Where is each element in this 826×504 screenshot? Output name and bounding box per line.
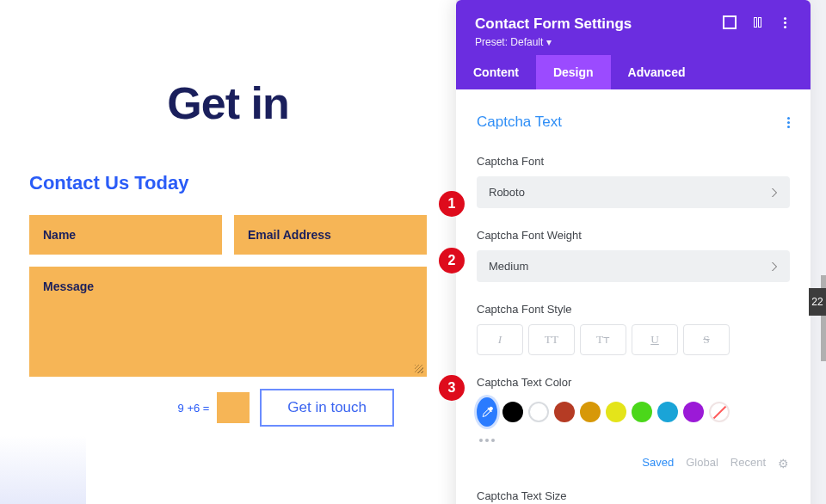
form-preview: Get in Contact Us Today Name Email Addre… — [0, 0, 456, 504]
marker-1: 1 — [439, 191, 465, 217]
columns-icon[interactable] — [750, 15, 764, 29]
size-label: Captcha Text Size — [477, 489, 790, 502]
captcha-input[interactable] — [217, 392, 250, 423]
swatch-green[interactable] — [632, 402, 652, 422]
tab-advanced[interactable]: Advanced — [611, 55, 703, 89]
section-menu-icon[interactable] — [787, 117, 790, 128]
swatch-black[interactable] — [502, 402, 523, 422]
uppercase-button[interactable]: TT — [528, 324, 575, 355]
swatch-blue[interactable] — [657, 402, 678, 422]
palette-global-tab[interactable]: Global — [686, 456, 718, 469]
color-picker-swatch[interactable] — [477, 397, 497, 427]
eyedropper-icon — [480, 405, 494, 419]
strikethrough-button[interactable]: S — [683, 324, 730, 355]
swatch-yellow[interactable] — [606, 402, 626, 422]
email-field[interactable]: Email Address — [234, 215, 427, 255]
style-label: Captcha Font Style — [477, 303, 790, 316]
weight-label: Captcha Font Weight — [477, 229, 790, 242]
form-heading: Contact Us Today — [29, 172, 427, 194]
panel-title: Contact Form Settings — [475, 15, 632, 33]
font-select[interactable]: Roboto — [477, 176, 790, 208]
expand-icon[interactable] — [723, 15, 737, 29]
color-swatches — [477, 397, 790, 427]
more-colors-icon[interactable] — [477, 439, 497, 442]
italic-button[interactable]: I — [477, 324, 523, 355]
color-label: Captcha Text Color — [477, 376, 790, 389]
palette-recent-tab[interactable]: Recent — [730, 456, 766, 469]
gear-icon[interactable] — [778, 457, 790, 469]
tab-design[interactable]: Design — [536, 55, 611, 89]
message-field[interactable]: Message — [29, 267, 427, 377]
swatch-none[interactable] — [709, 402, 730, 422]
page-title: Get in — [0, 77, 456, 129]
decorative-gradient — [0, 435, 86, 504]
swatch-orange[interactable] — [580, 402, 601, 422]
panel-preset[interactable]: Preset: Default ▾ — [475, 36, 632, 48]
marker-3: 3 — [439, 375, 465, 401]
submit-button[interactable]: Get in touch — [260, 389, 394, 427]
settings-panel: Contact Form Settings Preset: Default ▾ … — [456, 0, 811, 504]
tab-content[interactable]: Content — [456, 55, 536, 89]
smallcaps-button[interactable]: Tᴛ — [580, 324, 626, 355]
more-icon[interactable] — [778, 15, 792, 29]
captcha-question: 9 +6 = — [178, 402, 210, 415]
palette-saved-tab[interactable]: Saved — [642, 456, 674, 469]
contact-form: Contact Us Today Name Email Address Mess… — [0, 172, 456, 427]
name-field[interactable]: Name — [29, 215, 222, 255]
page-indicator: 22 — [809, 288, 826, 316]
underline-button[interactable]: U — [632, 324, 678, 355]
section-title[interactable]: Captcha Text — [477, 114, 562, 131]
marker-2: 2 — [439, 248, 465, 274]
swatch-darkred[interactable] — [554, 402, 575, 422]
panel-header: Contact Form Settings Preset: Default ▾ — [456, 0, 811, 55]
font-label: Captcha Font — [477, 155, 790, 168]
weight-select[interactable]: Medium — [477, 250, 790, 282]
swatch-purple[interactable] — [683, 402, 704, 422]
swatch-white[interactable] — [528, 402, 549, 422]
